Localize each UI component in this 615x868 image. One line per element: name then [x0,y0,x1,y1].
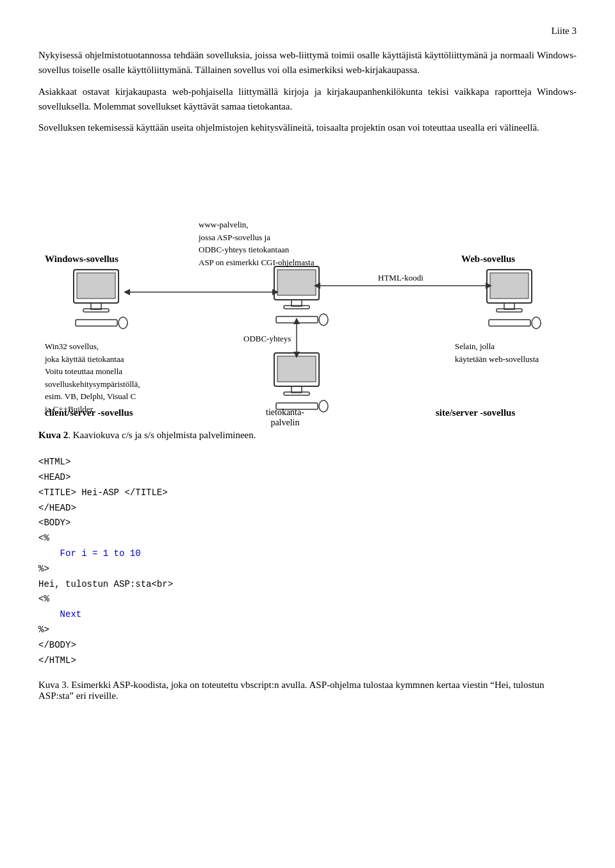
svg-marker-32 [293,318,300,324]
code-line-8: %> [38,562,577,577]
svg-rect-21 [284,392,309,395]
paragraph-1: Nykyisessä ohjelmistotuotannossa tehdään… [38,48,577,78]
code-line-12: %> [38,623,577,638]
code-line-9: Hei, tulostun ASP:sta<br> [38,577,577,593]
code-line-11: Next [38,607,577,623]
code-line-5: <BODY> [38,516,577,531]
svg-rect-16 [489,320,530,326]
svg-rect-15 [496,309,522,312]
html-koodi-label: HTML-koodi [378,273,423,283]
code-line-4: </HEAD> [38,501,577,516]
code-line-1: <HTML> [38,455,577,470]
page-header: Liite 3 [38,26,577,37]
svg-point-11 [319,314,328,325]
svg-marker-26 [124,289,130,295]
client-server-label: client/server -sovellus [45,407,133,418]
diagram-section: Windows-sovellus Web-sovellus www-palvel… [38,154,577,423]
odbc-label: ODBC-yhteys [243,334,291,344]
code-line-2: <HEAD> [38,470,577,486]
svg-rect-1 [77,273,115,299]
svg-rect-4 [76,320,117,326]
code-line-14: </HTML> [38,653,577,669]
code-line-3: <TITLE> Hei-ASP </TITLE> [38,486,577,501]
code-line-13: </BODY> [38,638,577,653]
browser-note: Selain, jollakäytetään web-sovellusta [455,340,539,365]
svg-point-17 [532,317,541,329]
web-sovellus-label: Web-sovellus [461,254,515,265]
svg-point-5 [119,317,127,329]
svg-rect-7 [277,270,316,295]
svg-point-23 [319,400,328,412]
server-note: www-palvelin,jossa ASP-sovellus jaODBC-y… [199,218,314,268]
paragraph-3: Sovelluksen tekemisessä käyttään useita … [38,120,577,135]
figure3-caption: Kuva 3. Esimerkki ASP-koodista, joka on … [38,680,577,701]
svg-rect-13 [490,273,529,299]
paragraph-2: Asiakkaat ostavat kirjakaupasta web-pohj… [38,85,577,115]
svg-rect-3 [83,309,109,312]
win32-note: Win32 sovellus,joka käyttää tietokantaaV… [45,340,140,415]
code-line-6: <% [38,531,577,546]
code-line-7: For i = 1 to 10 [38,546,577,562]
code-block: <HTML> <HEAD> <TITLE> Hei-ASP </TITLE> <… [38,455,577,668]
svg-rect-19 [277,356,316,382]
svg-rect-9 [284,306,309,309]
figure2-caption: Kuva 2. Kaaviokuva c/s ja s/s ohjelmista… [38,430,577,441]
db-label: tietokanta-palvelin [266,407,304,428]
windows-sovellus-label: Windows-sovellus [45,254,119,265]
site-server-label: site/server -sovellus [436,407,515,418]
code-line-10: <% [38,592,577,607]
page-title: Liite 3 [551,26,577,36]
